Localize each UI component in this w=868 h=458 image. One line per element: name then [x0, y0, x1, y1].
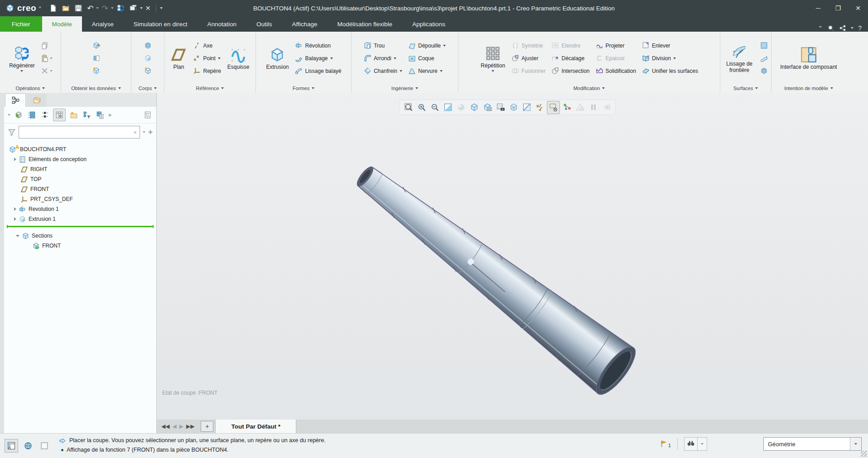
add-filter-icon[interactable]: +	[148, 128, 153, 137]
tree-item-root[interactable]: BOUCHTON4.PRT	[4, 144, 156, 154]
body-stack-button[interactable]	[142, 52, 154, 65]
style-surface-button[interactable]	[758, 52, 770, 65]
tab-modele[interactable]: Modèle	[42, 16, 82, 32]
delete-button[interactable]	[39, 65, 54, 77]
tree-item-sections[interactable]: Sections	[4, 231, 156, 241]
expand-icon[interactable]	[14, 157, 16, 161]
new-body-button[interactable]	[142, 65, 154, 77]
tree-item-extrusion-1[interactable]: Extrusion 1	[4, 214, 156, 224]
new-folder-button[interactable]	[69, 109, 79, 121]
group-label-reference[interactable]: Référence	[164, 83, 256, 93]
tab-annotation[interactable]: Annotation	[197, 16, 246, 32]
first-tab-arrow-icon[interactable]: ◀◀	[161, 423, 169, 429]
repere-button[interactable]: Repère	[191, 65, 223, 77]
search-dropdown-button[interactable]	[697, 438, 707, 450]
repetition-dropdown-arrow-icon[interactable]	[492, 70, 494, 72]
copy-button[interactable]	[39, 39, 50, 52]
group-label-model-intent[interactable]: Intention de modèle	[772, 83, 846, 93]
last-tab-arrow-icon[interactable]: ▶▶	[186, 423, 194, 429]
ajuster-button[interactable]: Ajuster	[509, 52, 540, 65]
tree-item-design-items[interactable]: Eléments de conception	[4, 154, 156, 164]
regenerate-dropdown-arrow-icon[interactable]	[20, 70, 23, 72]
close-button[interactable]: ✕	[848, 0, 868, 16]
expand-icon[interactable]	[14, 217, 16, 221]
chanfrein-button[interactable]: Chanfrein	[362, 65, 405, 77]
tab-outils[interactable]: Outils	[246, 16, 282, 32]
tab-simulation[interactable]: Simulation en direct	[124, 16, 198, 32]
tree-item-right[interactable]: RIGHT	[4, 164, 156, 174]
connect-dropdown-arrow-icon[interactable]	[851, 27, 854, 29]
copy-geometry-button[interactable]	[91, 52, 102, 65]
regenerate-quick-button[interactable]	[115, 2, 126, 14]
collapse-icon[interactable]	[16, 235, 19, 237]
command-search-icon[interactable]	[827, 24, 834, 32]
windows-dropdown-arrow-icon[interactable]	[140, 7, 143, 9]
search-tool[interactable]	[684, 437, 707, 451]
filter-dropdown-arrow-icon[interactable]	[143, 131, 145, 133]
selection-filter-select[interactable]: Géométrie	[763, 437, 862, 451]
division-button[interactable]: Division	[640, 52, 678, 65]
tree-item-top[interactable]: TOP	[4, 174, 156, 184]
enlever-button[interactable]: Enlever	[640, 39, 673, 52]
balayage-button[interactable]: Balayage	[293, 52, 335, 65]
maximize-button[interactable]: ❐	[828, 0, 848, 16]
save-button[interactable]	[72, 2, 84, 14]
clear-filter-icon[interactable]: ×	[130, 129, 140, 136]
tree-item-revolution-1[interactable]: Revolution 1	[4, 204, 156, 214]
new-file-button[interactable]	[47, 2, 59, 14]
group-label-get-data[interactable]: Obtenir les données	[61, 83, 131, 93]
group-label-operations[interactable]: Opérations	[0, 83, 61, 93]
group-label-engineering[interactable]: Ingénierie	[352, 83, 458, 93]
lissage-balaye-button[interactable]: Lissage balayé	[293, 65, 343, 77]
paste-button[interactable]	[39, 52, 54, 65]
tree-item-csys[interactable]: PRT_CSYS_DEF	[4, 194, 156, 204]
esquisse-button[interactable]: Esquisse	[225, 45, 252, 72]
axe-button[interactable]: Axe	[191, 39, 215, 52]
tree-detail-button[interactable]	[40, 109, 50, 121]
view-tab-tout-par-defaut[interactable]: Tout Par Défaut *	[215, 420, 296, 433]
redo-button[interactable]: ↷	[100, 2, 110, 14]
arrondi-button[interactable]: Arrondi	[362, 52, 399, 65]
tree-doc-button[interactable]	[143, 109, 153, 121]
remplir-button[interactable]	[758, 39, 770, 52]
coque-button[interactable]: Coque	[406, 52, 436, 65]
next-tab-arrow-icon[interactable]: ▶	[179, 423, 183, 429]
user-defined-feature-button[interactable]	[91, 39, 102, 52]
tab-analyse[interactable]: Analyse	[82, 16, 124, 32]
extrusion-button[interactable]: Extrusion	[263, 45, 291, 72]
tab-affichage[interactable]: Affichage	[282, 16, 327, 32]
tree-item-front[interactable]: FRONT	[4, 184, 156, 194]
regenerate-button[interactable]: Régénérer	[6, 43, 38, 73]
tree-table-button[interactable]	[95, 109, 105, 121]
qat-customize-arrow-icon[interactable]	[160, 7, 163, 9]
tree-list-button[interactable]	[27, 109, 37, 121]
depouille-button[interactable]: Dépouille	[406, 39, 448, 52]
intersection-button[interactable]: Intersection	[549, 65, 592, 77]
interface-de-composant-button[interactable]: Interface de composant	[777, 45, 839, 72]
prev-tab-arrow-icon[interactable]: ◀	[172, 423, 176, 429]
group-label-surfaces[interactable]: Surfaces	[720, 83, 771, 93]
minimize-button[interactable]: ─	[808, 0, 828, 16]
tree-columns-button[interactable]	[53, 109, 66, 121]
windows-button[interactable]	[127, 2, 139, 14]
tree-filter-button[interactable]	[82, 109, 92, 121]
group-label-modification[interactable]: Modification	[458, 83, 720, 93]
resize-grip[interactable]	[861, 451, 867, 457]
tab-folder-browser[interactable]	[27, 94, 47, 107]
tab-applications[interactable]: Applications	[402, 16, 455, 32]
help-icon[interactable]: ?	[858, 24, 862, 32]
show-tree-button[interactable]	[14, 109, 24, 121]
point-button[interactable]: Point	[191, 52, 222, 65]
unifier-les-surfaces-button[interactable]: Unifier les surfaces	[640, 65, 700, 77]
group-label-bodies[interactable]: Corps	[131, 83, 164, 93]
undo-button[interactable]: ↶	[85, 2, 95, 14]
connect-icon[interactable]	[839, 24, 846, 32]
freestyle-button[interactable]	[758, 65, 770, 77]
body-sphere-button[interactable]	[142, 39, 154, 52]
graphics-area[interactable]: Etat de coupe :FRONT	[157, 93, 868, 420]
decalage-button[interactable]: Décalage	[549, 52, 587, 65]
tab-modelisation-flexible[interactable]: Modélisation flexible	[328, 16, 403, 32]
notifications-flag[interactable]: 1	[660, 440, 671, 448]
toggle-tree-panel-button[interactable]	[5, 439, 18, 453]
close-window-button[interactable]: ✕	[144, 2, 153, 14]
